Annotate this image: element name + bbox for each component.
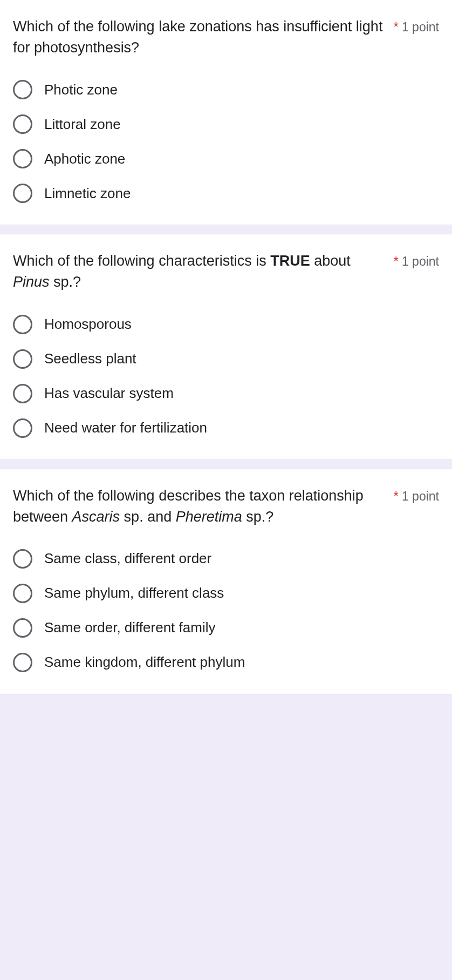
options-group: HomosporousSeedless plantHas vascular sy… <box>13 315 439 438</box>
radio-icon[interactable] <box>13 653 32 672</box>
radio-icon[interactable] <box>13 349 32 369</box>
question-header: Which of the following lake zonations ha… <box>13 16 439 58</box>
radio-option[interactable]: Homosporous <box>13 315 439 334</box>
points-text: 1 point <box>402 489 439 503</box>
question-text: Which of the following lake zonations ha… <box>13 16 394 58</box>
question-card: Which of the following describes the tax… <box>0 469 452 694</box>
option-label: Same kingdom, different phylum <box>44 654 245 671</box>
radio-option[interactable]: Littoral zone <box>13 114 439 134</box>
option-label: Littoral zone <box>44 116 121 133</box>
radio-icon[interactable] <box>13 384 32 403</box>
radio-option[interactable]: Need water for fertilization <box>13 418 439 438</box>
required-asterisk: * <box>394 254 399 268</box>
radio-icon[interactable] <box>13 315 32 334</box>
radio-option[interactable]: Seedless plant <box>13 349 439 369</box>
form-container: Which of the following lake zonations ha… <box>0 0 452 694</box>
option-label: Aphotic zone <box>44 151 125 167</box>
question-header: Which of the following describes the tax… <box>13 485 439 528</box>
question-header: Which of the following characteristics i… <box>13 251 439 293</box>
required-asterisk: * <box>394 489 399 503</box>
option-label: Seedless plant <box>44 350 136 367</box>
option-label: Same class, different order <box>44 550 211 567</box>
radio-option[interactable]: Limnetic zone <box>13 184 439 203</box>
radio-icon[interactable] <box>13 584 32 603</box>
question-card: Which of the following lake zonations ha… <box>0 0 452 225</box>
radio-option[interactable]: Photic zone <box>13 80 439 99</box>
option-label: Homosporous <box>44 316 132 333</box>
radio-option[interactable]: Same order, different family <box>13 618 439 638</box>
radio-icon[interactable] <box>13 149 32 168</box>
option-label: Same order, different family <box>44 619 215 636</box>
question-text: Which of the following describes the tax… <box>13 485 394 528</box>
radio-option[interactable]: Has vascular system <box>13 384 439 403</box>
radio-icon[interactable] <box>13 618 32 638</box>
radio-option[interactable]: Same class, different order <box>13 549 439 569</box>
required-asterisk: * <box>394 19 399 34</box>
radio-icon[interactable] <box>13 184 32 203</box>
option-label: Same phylum, different class <box>44 585 224 601</box>
option-label: Has vascular system <box>44 385 174 402</box>
option-label: Limnetic zone <box>44 185 131 202</box>
radio-option[interactable]: Same phylum, different class <box>13 584 439 603</box>
option-label: Need water for fertilization <box>44 420 207 436</box>
question-text: Which of the following characteristics i… <box>13 251 394 293</box>
points-label: *1 point <box>394 16 439 35</box>
points-label: *1 point <box>394 251 439 269</box>
question-card: Which of the following characteristics i… <box>0 234 452 459</box>
radio-option[interactable]: Aphotic zone <box>13 149 439 168</box>
options-group: Same class, different orderSame phylum, … <box>13 549 439 672</box>
radio-icon[interactable] <box>13 114 32 134</box>
radio-icon[interactable] <box>13 418 32 438</box>
points-label: *1 point <box>394 485 439 504</box>
option-label: Photic zone <box>44 82 118 98</box>
options-group: Photic zoneLittoral zoneAphotic zoneLimn… <box>13 80 439 203</box>
radio-option[interactable]: Same kingdom, different phylum <box>13 653 439 672</box>
radio-icon[interactable] <box>13 80 32 99</box>
points-text: 1 point <box>402 254 439 268</box>
points-text: 1 point <box>402 20 439 34</box>
radio-icon[interactable] <box>13 549 32 569</box>
